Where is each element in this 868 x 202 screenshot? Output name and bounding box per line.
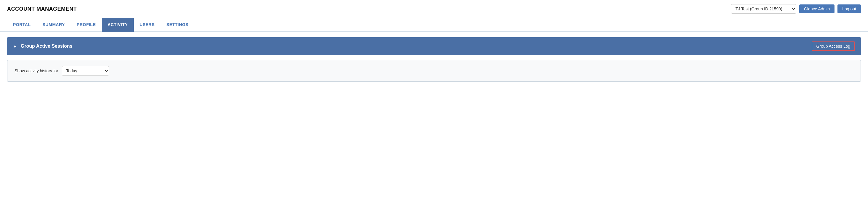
glance-admin-button[interactable]: Glance Admin: [799, 4, 835, 13]
filter-label: Show activity history for: [14, 68, 58, 73]
activity-history-select[interactable]: TodayYesterdayLast 7 DaysLast 30 Days: [62, 66, 109, 75]
nav-tabs: PORTAL SUMMARY PROFILE ACTIVITY USERS SE…: [0, 18, 868, 32]
section-title: Group Active Sessions: [21, 43, 73, 49]
section-bar: ► Group Active Sessions Group Access Log: [7, 37, 861, 55]
filter-row: Show activity history for TodayYesterday…: [14, 66, 854, 75]
tab-activity[interactable]: ACTIVITY: [102, 18, 134, 32]
group-selector[interactable]: TJ Test (Group ID 21599): [731, 4, 796, 13]
main-content: ► Group Active Sessions Group Access Log…: [0, 32, 868, 87]
page-title: ACCOUNT MANAGEMENT: [7, 6, 77, 12]
tab-profile[interactable]: PROFILE: [71, 18, 102, 32]
chevron-right-icon: ►: [13, 44, 17, 48]
tab-settings[interactable]: SETTINGS: [161, 18, 194, 32]
header: ACCOUNT MANAGEMENT TJ Test (Group ID 215…: [0, 0, 868, 18]
tab-summary[interactable]: SUMMARY: [37, 18, 71, 32]
tab-users[interactable]: USERS: [134, 18, 161, 32]
header-controls: TJ Test (Group ID 21599) Glance Admin Lo…: [731, 4, 861, 13]
tab-portal[interactable]: PORTAL: [7, 18, 37, 32]
filter-panel: Show activity history for TodayYesterday…: [7, 60, 861, 82]
group-access-log-button[interactable]: Group Access Log: [812, 41, 855, 51]
section-bar-left: ► Group Active Sessions: [13, 43, 72, 49]
logout-button[interactable]: Log out: [837, 4, 861, 13]
